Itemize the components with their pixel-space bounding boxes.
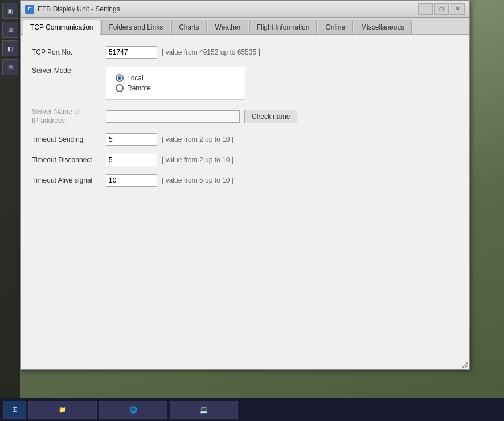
tab-misc[interactable]: Miscellaneous — [354, 20, 412, 34]
sidebar: ▣ ⊞ ◧ ⊟ — [0, 0, 20, 398]
port-hint: [ value from 49152 up to 65535 ] — [162, 48, 260, 56]
maximize-button[interactable]: □ — [434, 3, 449, 15]
server-name-row: Server Name or IP-address Check name — [32, 108, 458, 125]
server-mode-group: Local Remote — [106, 67, 245, 100]
taskbar-item-3[interactable]: 💻 — [170, 401, 238, 419]
timeout-disconnect-hint: [ value from 2 up to 10 ] — [162, 156, 233, 164]
tab-flight[interactable]: Flight Information — [249, 20, 317, 34]
start-button[interactable]: ⊞ — [3, 401, 26, 419]
timeout-sending-input[interactable] — [106, 133, 157, 146]
timeout-sending-hint: [ value from 2 up to 10 ] — [162, 135, 233, 143]
tab-charts[interactable]: Charts — [171, 20, 206, 34]
settings-dialog: E EFB Display Unit - Settings — □ ✕ TCP … — [20, 0, 470, 370]
server-name-label: Server Name or IP-address — [32, 108, 106, 125]
timeout-disconnect-row: Timeout Disconnect [ value from 2 up to … — [32, 154, 458, 166]
tab-bar: TCP Communication Folders and Links Char… — [21, 18, 469, 35]
resize-grip[interactable] — [461, 361, 468, 368]
close-button[interactable]: ✕ — [450, 3, 465, 15]
timeout-alive-label: Timeout Alive signal — [32, 176, 106, 184]
port-label: TCP Port No. — [32, 48, 106, 56]
port-input[interactable] — [106, 46, 157, 59]
port-row: TCP Port No. [ value from 49152 up to 65… — [32, 46, 458, 59]
server-name-input[interactable] — [106, 110, 240, 123]
sidebar-icon-2: ⊞ — [2, 22, 18, 38]
timeout-disconnect-input[interactable] — [106, 154, 157, 166]
title-bar: E EFB Display Unit - Settings — □ ✕ — [21, 1, 469, 18]
taskbar: ⊞ 📁 🌐 💻 — [0, 398, 504, 421]
minimize-button[interactable]: — — [418, 3, 433, 15]
tab-folders[interactable]: Folders and Links — [101, 20, 170, 34]
radio-local-label: Local — [127, 74, 144, 82]
tab-weather[interactable]: Weather — [208, 20, 248, 34]
timeout-alive-row: Timeout Alive signal [ value from 5 up t… — [32, 174, 458, 187]
tab-tcp[interactable]: TCP Communication — [23, 20, 100, 35]
window-controls: — □ ✕ — [418, 3, 465, 15]
radio-local-button[interactable] — [116, 74, 124, 82]
app-icon: E — [25, 5, 34, 14]
timeout-sending-label: Timeout Sending — [32, 135, 106, 143]
server-mode-row: Server Mode Local Remote — [32, 67, 458, 100]
radio-local-row: Local — [116, 74, 236, 82]
taskbar-item-2[interactable]: 🌐 — [99, 401, 167, 419]
timeout-alive-hint: [ value from 5 up to 10 ] — [162, 176, 233, 184]
sidebar-icon-3: ◧ — [2, 40, 18, 56]
radio-remote-row: Remote — [116, 84, 236, 92]
radio-remote-label: Remote — [127, 84, 151, 92]
check-name-button[interactable]: Check name — [244, 110, 297, 123]
tab-content: TCP Port No. [ value from 49152 up to 65… — [21, 35, 469, 369]
radio-remote-button[interactable] — [116, 84, 124, 92]
window-title: EFB Display Unit - Settings — [38, 5, 418, 13]
sidebar-icon-1: ▣ — [2, 3, 18, 19]
sidebar-icon-4: ⊟ — [2, 59, 18, 75]
taskbar-item-1[interactable]: 📁 — [28, 401, 97, 419]
timeout-alive-input[interactable] — [106, 174, 157, 187]
timeout-disconnect-label: Timeout Disconnect — [32, 156, 106, 164]
tab-online[interactable]: Online — [318, 20, 353, 34]
server-mode-label: Server Mode — [32, 67, 106, 75]
timeout-sending-row: Timeout Sending [ value from 2 up to 10 … — [32, 133, 458, 146]
